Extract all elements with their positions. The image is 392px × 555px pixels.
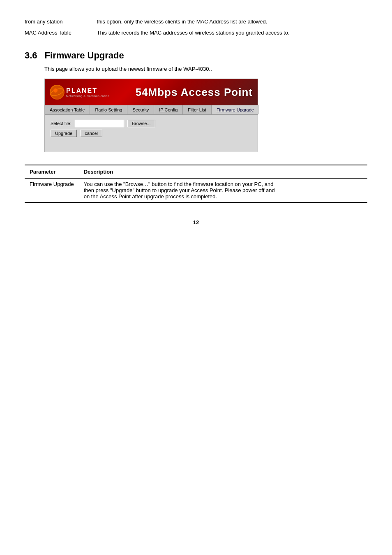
file-input[interactable]: [75, 120, 124, 127]
ui-mockup: PLANET Networking & Communication 54Mbps…: [44, 79, 258, 152]
planet-brand-name: PLANET: [66, 87, 109, 95]
desc-line-1: You can use the "Browse…" button to find…: [84, 181, 274, 187]
nav-firmware-upgrade[interactable]: Firmware Upgrade: [212, 105, 259, 114]
page-number: 12: [25, 219, 367, 225]
firmware-upgrade-desc: You can use the "Browse…" button to find…: [79, 179, 367, 203]
svg-point-2: [53, 88, 58, 93]
nav-filter-list[interactable]: Filter List: [183, 105, 212, 114]
section-title: Firmware Upgrade: [45, 50, 124, 61]
select-file-row: Select file: Browse...: [51, 120, 252, 127]
desc-line-2: then press "Upgrade" button to upgrade y…: [84, 187, 275, 193]
planet-logo: PLANET Networking & Communication: [50, 85, 109, 100]
top-intro-table: from any station this option, only the w…: [25, 16, 367, 38]
table-row: Firmware Upgrade You can use the "Browse…: [25, 179, 367, 203]
from-any-station-desc: this option, only the wireless clients i…: [94, 16, 367, 27]
ap-title: 54Mbps Access Point: [136, 86, 253, 99]
section-heading: 3.6 Firmware Upgrade: [25, 50, 367, 61]
nav-radio-setting[interactable]: Radio Setting: [90, 105, 127, 114]
section-number: 3.6: [25, 50, 37, 61]
planet-logo-text: PLANET Networking & Communication: [66, 87, 109, 98]
mac-address-table-label: MAC Address Table: [25, 27, 94, 38]
firmware-upgrade-param: Firmware Upgrade: [25, 179, 79, 203]
nav-security[interactable]: Security: [127, 105, 154, 114]
action-buttons-row: Upgrade cancel: [51, 130, 252, 137]
upgrade-button[interactable]: Upgrade: [51, 130, 77, 137]
desc-line-3: on the Access Point after upgrade proces…: [84, 193, 217, 200]
from-any-station-label: from any station: [25, 16, 94, 27]
parameter-table: Parameter Description Firmware Upgrade Y…: [25, 165, 367, 203]
section-description: This page allows you to upload the newes…: [44, 66, 367, 72]
ui-content-area: Select file: Browse... Upgrade cancel: [45, 115, 258, 152]
ui-nav-bar: Association Table Radio Setting Security…: [45, 105, 258, 115]
browse-button[interactable]: Browse...: [127, 120, 155, 127]
select-file-label: Select file:: [51, 121, 71, 126]
param-table-header-row: Parameter Description: [25, 165, 367, 179]
table-row: MAC Address Table This table records the…: [25, 27, 367, 38]
planet-logo-icon: [50, 85, 65, 100]
mac-address-table-desc: This table records the MAC addresses of …: [94, 27, 367, 38]
nav-ip-config[interactable]: IP Config: [154, 105, 183, 114]
description-header: Description: [79, 165, 367, 179]
parameter-header: Parameter: [25, 165, 79, 179]
svg-point-0: [51, 86, 64, 99]
planet-brand-sub: Networking & Communication: [66, 95, 109, 98]
cancel-button[interactable]: cancel: [80, 130, 102, 137]
nav-association-table[interactable]: Association Table: [45, 105, 90, 114]
ui-header: PLANET Networking & Communication 54Mbps…: [45, 79, 258, 105]
table-row: from any station this option, only the w…: [25, 16, 367, 27]
